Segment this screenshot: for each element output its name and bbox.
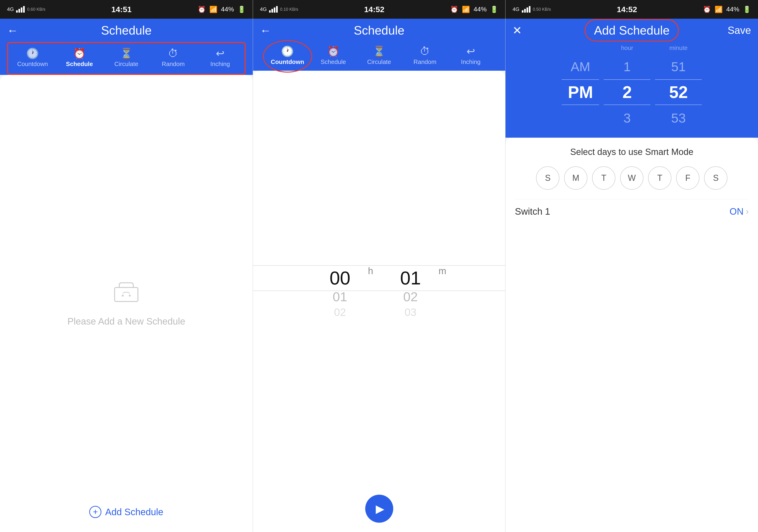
back-button-2[interactable]: ← bbox=[260, 24, 271, 37]
picker-min-next2: 03 bbox=[404, 305, 416, 320]
page-title-2: Schedule bbox=[354, 23, 404, 37]
content-area-3: Select days to use Smart Mode S M T W T … bbox=[505, 138, 758, 532]
ampm-selected[interactable]: PM bbox=[562, 79, 599, 105]
panel-1: 4G 0.60 KB/s 14:51 ⏰ 📶 44% 🔋 ← Schedule … bbox=[0, 0, 253, 532]
day-friday[interactable]: F bbox=[676, 166, 700, 190]
status-bar-3: 4G 0.50 KB/s 14:52 ⏰ 📶 44% 🔋 bbox=[505, 0, 758, 19]
circle-plus-icon-1: + bbox=[89, 506, 102, 518]
random-icon-2: ⏱ bbox=[420, 46, 430, 56]
app-header-3: ✕ Add Schedule Save bbox=[505, 19, 758, 42]
battery-icon-3: 🔋 bbox=[743, 6, 751, 13]
close-button-3[interactable]: ✕ bbox=[512, 24, 522, 37]
wifi-icon-3: 📶 bbox=[715, 6, 723, 13]
day-selector: S M T W T F S bbox=[515, 166, 749, 190]
hours-header: hour bbox=[621, 44, 633, 54]
day-monday[interactable]: M bbox=[564, 166, 587, 190]
tab-random-1[interactable]: ⏱ Random bbox=[150, 44, 197, 73]
picker-min-next: 02 bbox=[403, 289, 418, 305]
ampm-prev[interactable]: AM bbox=[562, 54, 599, 79]
tab-circulate-1[interactable]: ⏳ Circulate bbox=[103, 44, 150, 73]
status-right-3: ⏰ 📶 44% 🔋 bbox=[703, 6, 751, 13]
circulate-icon-1: ⏳ bbox=[120, 48, 133, 58]
empty-icon-1 bbox=[112, 281, 140, 309]
tab-inching-label-2: Inching bbox=[461, 58, 481, 66]
tab-circulate-2[interactable]: ⏳ Circulate bbox=[356, 42, 402, 71]
page-title-3: Add Schedule bbox=[594, 23, 670, 37]
tab-inching-2[interactable]: ↩ Inching bbox=[448, 42, 494, 71]
minutes-prev[interactable]: 51 bbox=[655, 54, 702, 79]
inching-icon-1: ↩ bbox=[216, 48, 224, 58]
kb-label-1: 0.60 KB/s bbox=[27, 7, 45, 12]
signal-bars-1 bbox=[16, 6, 25, 13]
tab-bar-2: 🕐 Countdown ⏰ Schedule ⏳ Circulate ⏱ Ran… bbox=[260, 42, 499, 71]
tab-countdown-2[interactable]: 🕐 Countdown bbox=[265, 42, 310, 71]
battery-label-3: 44% bbox=[726, 6, 739, 13]
tab-inching-label-1: Inching bbox=[210, 60, 230, 68]
hours-prev[interactable]: 1 bbox=[604, 54, 650, 79]
app-header-2: ← Schedule 🕐 Countdown ⏰ Schedule ⏳ Circ… bbox=[253, 19, 505, 71]
switch-value[interactable]: ON › bbox=[730, 206, 749, 217]
page-title-1: Schedule bbox=[101, 23, 152, 37]
empty-text-1: Please Add a New Schedule bbox=[67, 316, 185, 327]
minutes-header: minute bbox=[669, 44, 688, 54]
kb-label-3: 0.50 KB/s bbox=[533, 7, 551, 12]
tab-schedule-2[interactable]: ⏰ Schedule bbox=[310, 42, 356, 71]
bottom-panel: Select days to use Smart Mode S M T W T … bbox=[505, 138, 758, 532]
status-right-1: ⏰ 📶 44% 🔋 bbox=[198, 6, 246, 13]
add-schedule-label-1: Add Schedule bbox=[105, 507, 163, 517]
min-unit-label: m bbox=[438, 266, 446, 290]
signal-bars-2 bbox=[269, 6, 278, 13]
status-bar-2: 4G 0.10 KB/s 14:52 ⏰ 📶 44% 🔋 bbox=[253, 0, 505, 19]
save-button-3[interactable]: Save bbox=[728, 24, 751, 36]
network-label-3: 4G bbox=[512, 6, 519, 12]
time-picker-cols: AM PM hour 1 2 3 minute 51 52 53 bbox=[515, 44, 749, 131]
battery-icon-1: 🔋 bbox=[238, 6, 246, 13]
tab-circulate-label-2: Circulate bbox=[367, 58, 391, 66]
hour-unit-label: h bbox=[368, 266, 373, 290]
signal-bars-3 bbox=[522, 6, 531, 13]
countdown-icon-1: 🕐 bbox=[26, 48, 39, 58]
day-sunday[interactable]: S bbox=[536, 166, 559, 190]
tab-schedule-1[interactable]: ⏰ Schedule bbox=[56, 44, 103, 73]
picker-hour-selected[interactable]: 00 bbox=[329, 267, 350, 289]
tab-schedule-label-2: Schedule bbox=[321, 58, 346, 66]
picker-min-selected[interactable]: 01 bbox=[400, 267, 421, 289]
day-saturday[interactable]: S bbox=[704, 166, 727, 190]
day-wednesday[interactable]: W bbox=[620, 166, 643, 190]
battery-label-1: 44% bbox=[221, 6, 234, 13]
minutes-next[interactable]: 53 bbox=[655, 105, 702, 131]
network-label-2: 4G bbox=[260, 6, 267, 12]
play-button[interactable] bbox=[365, 495, 393, 523]
status-bar-1: 4G 0.60 KB/s 14:51 ⏰ 📶 44% 🔋 bbox=[0, 0, 253, 19]
wifi-icon-2: 📶 bbox=[462, 6, 470, 13]
add-schedule-button-1[interactable]: + Add Schedule bbox=[89, 506, 163, 518]
tab-random-label-1: Random bbox=[162, 60, 185, 68]
kb-label-2: 0.10 KB/s bbox=[280, 7, 298, 12]
wifi-icon-1: 📶 bbox=[209, 6, 218, 13]
switch-on-text: ON bbox=[730, 206, 743, 217]
empty-state-1: Please Add a New Schedule bbox=[0, 75, 253, 532]
back-button-1[interactable]: ← bbox=[7, 24, 18, 37]
tab-schedule-label-1: Schedule bbox=[66, 60, 93, 68]
time-picker-area: AM PM hour 1 2 3 minute 51 52 53 bbox=[505, 42, 758, 138]
tab-random-2[interactable]: ⏱ Random bbox=[402, 42, 448, 71]
status-right-2: ⏰ 📶 44% 🔋 bbox=[450, 6, 498, 13]
picker-hour-next: 01 bbox=[333, 289, 347, 305]
day-tuesday[interactable]: T bbox=[592, 166, 615, 190]
status-time-1: 14:51 bbox=[111, 5, 132, 14]
minutes-selected[interactable]: 52 bbox=[655, 79, 702, 105]
tab-bar-1: 🕐 Countdown ⏰ Schedule ⏳ Circulate ⏱ Ran… bbox=[9, 44, 244, 73]
app-header-1: ← Schedule 🕐 Countdown ⏰ Schedule ⏳ Circ… bbox=[0, 19, 253, 75]
tab-inching-1[interactable]: ↩ Inching bbox=[197, 44, 244, 73]
tab-countdown-1[interactable]: 🕐 Countdown bbox=[9, 44, 56, 73]
day-thursday[interactable]: T bbox=[648, 166, 672, 190]
hours-selected[interactable]: 2 bbox=[604, 79, 650, 105]
app-header-row-1: ← Schedule bbox=[7, 23, 246, 42]
svg-point-1 bbox=[122, 295, 124, 297]
battery-label-2: 44% bbox=[473, 6, 487, 13]
ampm-next[interactable] bbox=[562, 105, 599, 131]
alarm-icon-2: ⏰ bbox=[450, 6, 458, 13]
hours-next[interactable]: 3 bbox=[604, 105, 650, 131]
content-area-2: 00 01 02 h 01 02 03 m bbox=[253, 71, 505, 532]
tab-countdown-label-1: Countdown bbox=[17, 60, 48, 68]
